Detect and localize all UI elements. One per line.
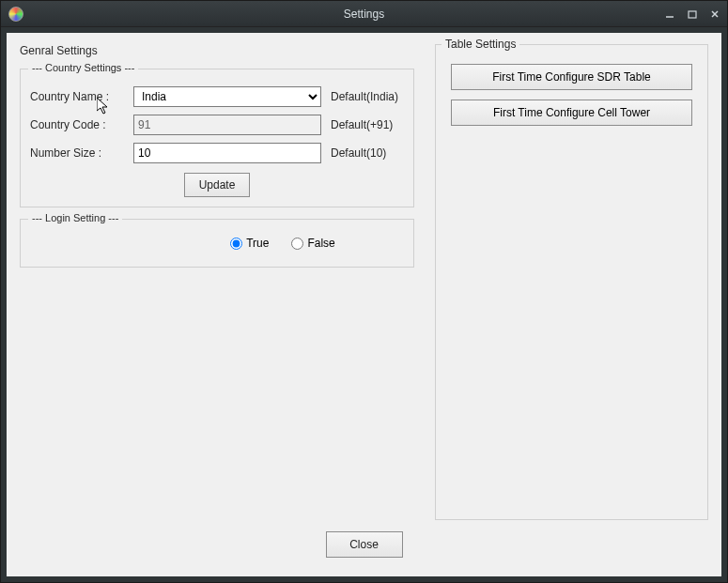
update-button[interactable]: Update [184, 173, 250, 197]
country-code-hint: Default(+91) [331, 118, 393, 131]
titlebar[interactable]: Settings [1, 1, 727, 27]
content-area: Genral Settings --- Country Settings ---… [7, 33, 721, 576]
login-false-radio[interactable] [291, 238, 303, 250]
login-false-label: False [307, 237, 334, 250]
login-true-label: True [246, 237, 269, 250]
general-settings-title: Genral Settings [20, 44, 414, 57]
configure-cell-tower-button[interactable]: First Time Configure Cell Tower [451, 100, 692, 126]
table-settings-title: Table Settings [441, 38, 519, 51]
country-name-hint: Default(India) [331, 90, 398, 103]
number-size-input[interactable] [133, 143, 321, 163]
country-code-label: Country Code : [30, 118, 133, 131]
country-name-label: Country Name : [30, 90, 133, 103]
close-button[interactable]: Close [326, 531, 403, 558]
number-size-label: Number Size : [30, 146, 133, 160]
minimize-icon[interactable] [663, 8, 676, 21]
general-settings-panel: Genral Settings --- Country Settings ---… [20, 44, 414, 520]
country-settings-group: --- Country Settings --- Country Name : … [20, 69, 414, 207]
window-title: Settings [1, 8, 727, 21]
close-icon[interactable] [708, 8, 721, 21]
window-controls [663, 1, 721, 27]
svg-rect-1 [689, 11, 696, 18]
country-code-row: Country Code : Default(+91) [30, 111, 404, 139]
login-setting-group: --- Login Setting --- True False [20, 219, 414, 268]
table-settings-panel: Table Settings First Time Configure SDR … [435, 44, 708, 520]
country-name-row: Country Name : India Default(India) [30, 83, 404, 111]
maximize-icon[interactable] [686, 8, 699, 21]
login-false-option[interactable]: False [291, 237, 334, 250]
country-name-select[interactable]: India [133, 86, 321, 107]
footer: Close [20, 531, 708, 558]
number-size-hint: Default(10) [331, 146, 386, 160]
country-settings-legend: --- Country Settings --- [28, 62, 138, 73]
login-true-option[interactable]: True [230, 237, 269, 250]
login-true-radio[interactable] [230, 238, 242, 250]
number-size-row: Number Size : Default(10) [30, 139, 404, 167]
configure-sdr-table-button[interactable]: First Time Configure SDR Table [451, 64, 692, 90]
app-icon [8, 7, 23, 22]
country-code-input [133, 115, 321, 135]
login-setting-legend: --- Login Setting --- [28, 212, 122, 223]
window-frame: Settings Genral Settings --- Country Set… [0, 0, 728, 583]
